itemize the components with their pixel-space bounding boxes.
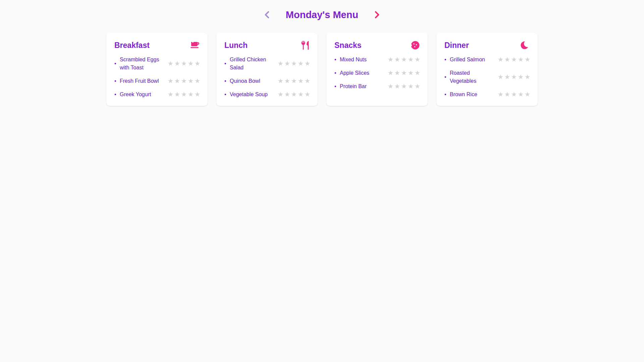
star-icon[interactable]: ★	[394, 69, 400, 77]
card-header: Dinner	[444, 41, 530, 50]
star-icon[interactable]: ★	[504, 56, 510, 63]
star-icon[interactable]: ★	[394, 56, 400, 63]
star-rating[interactable]: ★★★★★	[168, 91, 200, 98]
star-rating[interactable]: ★★★★★	[278, 60, 310, 67]
menu-item-row: • Grilled Salmon ★★★★★	[444, 56, 530, 64]
star-icon[interactable]: ★	[195, 60, 200, 67]
star-icon[interactable]: ★	[525, 56, 530, 63]
star-rating[interactable]: ★★★★★	[388, 83, 420, 90]
star-icon[interactable]: ★	[188, 91, 194, 98]
star-rating[interactable]: ★★★★★	[168, 77, 200, 85]
menu-item-label: Greek Yogurt	[120, 90, 167, 99]
star-icon[interactable]: ★	[305, 77, 310, 85]
star-icon[interactable]: ★	[298, 60, 304, 67]
star-icon[interactable]: ★	[305, 60, 310, 67]
star-icon[interactable]: ★	[291, 60, 297, 67]
star-icon[interactable]: ★	[415, 56, 420, 63]
star-icon[interactable]: ★	[284, 77, 290, 85]
star-icon[interactable]: ★	[511, 91, 517, 98]
star-icon[interactable]: ★	[188, 60, 194, 67]
menu-item-label: Scrambled Eggs with Toast	[120, 56, 167, 72]
star-icon[interactable]: ★	[174, 77, 180, 85]
star-icon[interactable]: ★	[415, 83, 420, 90]
menu-item-row: • Apple Slices ★★★★★	[334, 69, 420, 77]
next-day-button[interactable]	[371, 9, 382, 20]
menu-item-list: • Scrambled Eggs with Toast ★★★★★ • Fres…	[114, 56, 200, 99]
star-icon[interactable]: ★	[504, 73, 510, 81]
star-rating[interactable]: ★★★★★	[498, 73, 530, 81]
bullet-icon: •	[334, 82, 340, 90]
star-icon[interactable]: ★	[195, 91, 200, 98]
star-icon[interactable]: ★	[408, 56, 414, 63]
star-icon[interactable]: ★	[498, 91, 503, 98]
star-icon[interactable]: ★	[498, 73, 503, 81]
star-icon[interactable]: ★	[305, 91, 310, 98]
star-icon[interactable]: ★	[525, 73, 530, 81]
star-icon[interactable]: ★	[278, 77, 283, 85]
star-icon[interactable]: ★	[168, 91, 173, 98]
star-icon[interactable]: ★	[174, 91, 180, 98]
star-icon[interactable]: ★	[408, 69, 414, 77]
card-title: Breakfast	[114, 41, 150, 50]
star-icon[interactable]: ★	[511, 73, 517, 81]
star-icon[interactable]: ★	[498, 56, 503, 63]
bullet-icon: •	[444, 56, 450, 64]
menu-item-row: • Scrambled Eggs with Toast ★★★★★	[114, 56, 200, 72]
star-icon[interactable]: ★	[284, 91, 290, 98]
star-rating[interactable]: ★★★★★	[278, 91, 310, 98]
coffee-mug-icon	[190, 41, 200, 50]
bullet-icon: •	[114, 90, 120, 99]
star-icon[interactable]: ★	[504, 91, 510, 98]
star-rating[interactable]: ★★★★★	[168, 60, 200, 67]
star-icon[interactable]: ★	[291, 91, 297, 98]
star-icon[interactable]: ★	[181, 77, 187, 85]
star-icon[interactable]: ★	[518, 56, 524, 63]
star-icon[interactable]: ★	[518, 91, 524, 98]
menu-item-label: Vegetable Soup	[230, 90, 277, 99]
star-icon[interactable]: ★	[168, 60, 173, 67]
star-icon[interactable]: ★	[388, 56, 393, 63]
cookie-icon	[410, 41, 420, 50]
star-rating[interactable]: ★★★★★	[498, 91, 530, 98]
star-icon[interactable]: ★	[401, 56, 407, 63]
star-icon[interactable]: ★	[181, 60, 187, 67]
prev-day-button[interactable]	[262, 9, 273, 20]
star-icon[interactable]: ★	[394, 83, 400, 90]
star-icon[interactable]: ★	[188, 77, 194, 85]
star-rating[interactable]: ★★★★★	[388, 56, 420, 63]
star-rating[interactable]: ★★★★★	[388, 69, 420, 77]
star-icon[interactable]: ★	[415, 69, 420, 77]
star-icon[interactable]: ★	[388, 83, 393, 90]
star-icon[interactable]: ★	[525, 91, 530, 98]
star-icon[interactable]: ★	[174, 60, 180, 67]
star-icon[interactable]: ★	[278, 91, 283, 98]
card-title: Dinner	[444, 41, 469, 50]
star-icon[interactable]: ★	[278, 60, 283, 67]
star-icon[interactable]: ★	[401, 69, 407, 77]
star-icon[interactable]: ★	[401, 83, 407, 90]
menu-item-list: • Grilled Salmon ★★★★★ • Roasted Vegetab…	[444, 56, 530, 99]
star-rating[interactable]: ★★★★★	[278, 77, 310, 85]
chevron-left-icon	[263, 10, 272, 19]
star-rating[interactable]: ★★★★★	[498, 56, 530, 63]
star-icon[interactable]: ★	[298, 91, 304, 98]
star-icon[interactable]: ★	[388, 69, 393, 77]
star-icon[interactable]: ★	[518, 73, 524, 81]
menu-header: Monday's Menu	[0, 0, 644, 22]
menu-item-label: Brown Rice	[450, 90, 497, 99]
star-icon[interactable]: ★	[284, 60, 290, 67]
page-title: Monday's Menu	[286, 9, 358, 21]
menu-item-row: • Greek Yogurt ★★★★★	[114, 90, 200, 99]
star-icon[interactable]: ★	[181, 91, 187, 98]
menu-card: Dinner • Grilled Salmon ★★★★★ • Roasted …	[436, 33, 538, 106]
menu-item-row: • Protein Bar ★★★★★	[334, 82, 420, 90]
star-icon[interactable]: ★	[511, 56, 517, 63]
menu-item-row: • Fresh Fruit Bowl ★★★★★	[114, 77, 200, 85]
card-header: Breakfast	[114, 41, 200, 50]
star-icon[interactable]: ★	[298, 77, 304, 85]
star-icon[interactable]: ★	[291, 77, 297, 85]
card-title: Snacks	[334, 41, 362, 50]
star-icon[interactable]: ★	[195, 77, 200, 85]
star-icon[interactable]: ★	[408, 83, 414, 90]
star-icon[interactable]: ★	[168, 77, 173, 85]
